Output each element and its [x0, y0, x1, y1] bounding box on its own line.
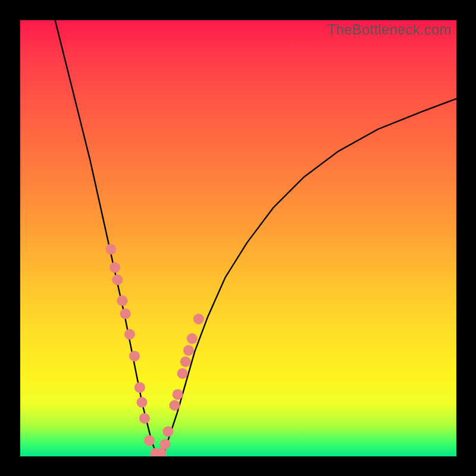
highlight-dot	[159, 439, 170, 449]
highlight-dot	[162, 426, 173, 437]
highlight-dot	[109, 262, 120, 273]
plot-area: TheBottleneck.com	[20, 20, 456, 456]
highlight-dot	[129, 350, 140, 361]
chart-frame: TheBottleneck.com	[0, 0, 476, 476]
highlight-dot	[180, 356, 191, 367]
highlight-dot	[193, 314, 204, 324]
highlight-dot	[177, 368, 188, 379]
curve-layer	[20, 20, 456, 456]
highlight-dot	[105, 244, 116, 255]
highlight-dot	[173, 389, 183, 400]
highlight-dot	[169, 400, 180, 411]
highlight-dot	[137, 397, 148, 408]
highlight-dots-group	[105, 244, 203, 456]
highlight-dot	[124, 329, 135, 340]
highlight-dot	[144, 436, 155, 446]
highlight-dot	[120, 308, 131, 319]
highlight-dot	[187, 333, 198, 344]
highlight-dot	[139, 413, 150, 424]
bottleneck-curve	[55, 20, 456, 456]
highlight-dot	[117, 295, 128, 306]
highlight-dot	[183, 345, 194, 356]
highlight-dot	[134, 382, 145, 393]
highlight-dot	[112, 274, 123, 285]
